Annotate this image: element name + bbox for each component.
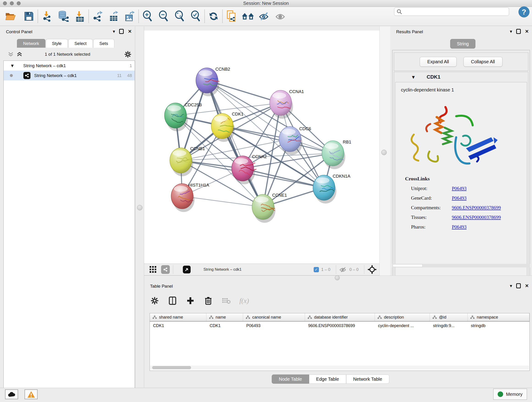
toolbar-separator (138, 10, 139, 23)
network-node-count: 11 (117, 73, 122, 78)
collection-expander-icon[interactable]: ▼ (11, 64, 14, 68)
cell-namespace[interactable]: stringdb (468, 322, 530, 330)
node-gloss (255, 197, 268, 203)
table-panel-menu-icon[interactable]: ▾ (510, 283, 512, 288)
cell-name[interactable]: CDK1 (206, 322, 243, 330)
import-network-database-button[interactable] (57, 10, 70, 23)
right-panel-divider[interactable] (380, 26, 390, 281)
import-network-file-button[interactable] (40, 10, 53, 23)
table-panel-close-button[interactable]: ✕ (525, 283, 529, 288)
save-session-button[interactable] (22, 10, 35, 23)
network-collection-row[interactable]: ▼ String Network – cdk1 1 (4, 61, 135, 70)
results-panel-float-button[interactable] (516, 29, 521, 34)
search-input[interactable] (404, 9, 509, 14)
delete-column-trash-icon[interactable] (204, 296, 213, 305)
results-scrollbar[interactable] (392, 264, 530, 268)
network-row[interactable]: String Network – cdk1 11 48 (4, 70, 135, 80)
genecard-link[interactable]: P06493 (452, 195, 467, 201)
zoom-out-button[interactable] (157, 10, 170, 23)
expand-all-button[interactable]: Expand All (420, 57, 457, 67)
export-network-button[interactable] (91, 10, 104, 23)
column-header-canonicalname[interactable]: canonical name (243, 313, 305, 321)
cell-description[interactable]: cyclin-dependent ... (375, 322, 430, 330)
clone-network-button[interactable] (225, 10, 238, 23)
left-panel-divider[interactable] (135, 26, 144, 388)
toolbar-search-field[interactable] (394, 7, 509, 16)
import-table-icon (75, 11, 85, 22)
zoom-selected-button[interactable] (189, 10, 202, 23)
table-scrollbar-thumb[interactable] (152, 366, 191, 369)
tab-network[interactable]: Network (17, 39, 45, 48)
table-settings-gear-icon[interactable] (150, 296, 159, 305)
control-panel: Control Panel ▾ ✕ Network Style Select S… (0, 26, 135, 388)
export-image-button[interactable] (123, 10, 136, 23)
tab-edge-table[interactable]: Edge Table (309, 375, 346, 384)
show-columns-icon[interactable] (168, 296, 177, 305)
table-divider-handle[interactable] (335, 275, 340, 280)
node-label-ccna2: CCNA2 (252, 154, 267, 159)
zoom-fit-button[interactable] (173, 10, 186, 23)
table-row[interactable]: CDK1CDK1P064939606.ENSP00000378699cyclin… (150, 322, 530, 330)
tab-node-table[interactable]: Node Table (272, 375, 309, 384)
cell-id[interactable]: stringdb:9... (430, 322, 468, 330)
show-all-networks-button[interactable] (241, 10, 254, 23)
tab-string[interactable]: String (450, 39, 475, 49)
control-panel-menu-icon[interactable]: ▾ (113, 29, 115, 34)
zoom-in-button[interactable] (141, 10, 154, 23)
results-panel-menu-icon[interactable]: ▾ (510, 29, 512, 34)
column-header-namespace[interactable]: namespace (468, 313, 530, 321)
results-panel-close-button[interactable]: ✕ (525, 29, 529, 34)
uniprot-link[interactable]: P06493 (452, 186, 467, 191)
tissues-link[interactable]: 9606.ENSP00000378699 (452, 215, 501, 220)
export-image-icon (124, 11, 135, 22)
fit-content-crosshair-icon[interactable] (367, 265, 377, 274)
collapse-all-button[interactable]: Collapse All (463, 57, 503, 67)
cell-sharedname[interactable]: CDK1 (150, 322, 206, 330)
network-canvas[interactable]: CCNB2CCNA1CDC25BCDK1CDC6RB1CCNB1CCNA2CDK… (144, 31, 380, 264)
tab-style[interactable]: Style (46, 39, 68, 48)
help-button[interactable]: ? (519, 6, 530, 17)
memory-button[interactable]: Memory (493, 389, 527, 400)
control-panel-float-button[interactable] (119, 29, 124, 34)
hide-selected-button[interactable] (258, 10, 271, 23)
network-view-icon[interactable] (161, 265, 170, 274)
table-panel-divider[interactable] (144, 275, 532, 281)
show-hidden-button[interactable] (274, 10, 287, 23)
column-header-description[interactable]: description (375, 313, 430, 321)
table-panel: Table Panel ▾ ✕ (144, 281, 532, 388)
column-header-databaseidentifier[interactable]: database identifier (305, 313, 375, 321)
column-header-id[interactable]: @id (430, 313, 468, 321)
column-header-name[interactable]: name (206, 313, 243, 321)
left-divider-handle[interactable] (137, 205, 143, 211)
import-table-button[interactable] (73, 10, 86, 23)
control-panel-close-button[interactable]: ✕ (128, 29, 132, 34)
compartments-link[interactable]: 9606.ENSP00000378699 (452, 205, 501, 211)
tab-select[interactable]: Select (68, 39, 93, 48)
pharos-link[interactable]: P06493 (452, 224, 467, 230)
column-header-sharedname[interactable]: shared name (150, 313, 206, 321)
cell-databaseidentifier[interactable]: 9606.ENSP00000378699 (305, 322, 375, 330)
table-horizontal-scrollbar[interactable] (150, 366, 529, 370)
export-table-button[interactable] (107, 10, 120, 23)
gene-detail-box: cyclin-dependent kinase 1 (395, 82, 527, 288)
edge-CCNB2-CCNE1[interactable] (207, 80, 263, 207)
network-options-gear-icon[interactable] (124, 51, 131, 58)
tab-sets[interactable]: Sets (93, 39, 114, 48)
table-header-row: shared namenamecanonical namedatabase id… (150, 313, 530, 322)
string-network-graph[interactable]: CCNB2CCNA1CDC25BCDK1CDC6RB1CCNB1CCNA2CDK… (144, 31, 380, 264)
create-column-plus-icon[interactable] (186, 296, 195, 305)
grid-view-icon[interactable] (149, 266, 157, 274)
node-gloss (234, 158, 248, 164)
results-scrollbar-thumb[interactable] (393, 264, 423, 267)
cell-canonicalname[interactable]: P06493 (243, 322, 305, 330)
warnings-button[interactable] (25, 389, 38, 399)
selected-checkbox-icon[interactable]: ✓ (314, 267, 319, 272)
gene-expander-icon[interactable]: ▼ (412, 75, 415, 79)
apply-layout-button[interactable] (207, 10, 220, 23)
cloud-status-button[interactable] (5, 389, 18, 399)
tab-network-table[interactable]: Network Table (346, 375, 389, 384)
birds-eye-view-button[interactable] (183, 266, 191, 274)
open-session-button[interactable] (4, 10, 17, 23)
table-panel-float-button[interactable] (516, 283, 521, 288)
right-divider-handle[interactable] (381, 150, 387, 155)
